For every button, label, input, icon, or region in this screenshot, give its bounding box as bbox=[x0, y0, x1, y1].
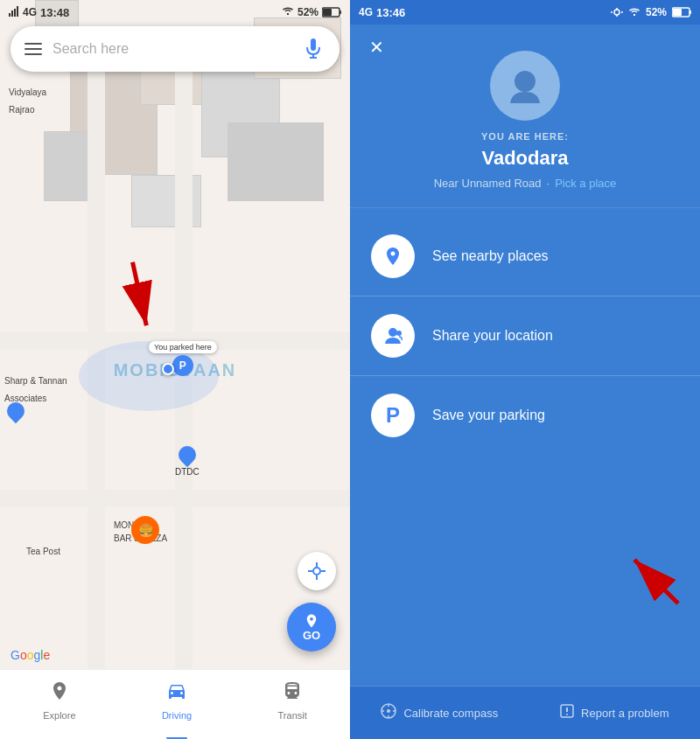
parked-bubble: You parked here bbox=[149, 341, 217, 353]
svg-point-2 bbox=[313, 568, 320, 575]
network-type-left: 4G bbox=[23, 6, 37, 18]
parked-marker: You parked here P bbox=[149, 341, 217, 376]
search-input-placeholder: Search here bbox=[52, 41, 290, 57]
share-location-label: Share your location bbox=[432, 328, 553, 344]
nav-item-transit[interactable]: Transit bbox=[278, 680, 307, 729]
svg-line-25 bbox=[634, 560, 678, 603]
status-bar-right: 4G 13:46 52% bbox=[350, 0, 700, 24]
dtdc-marker: DTDC bbox=[175, 446, 200, 477]
save-parking-label: Save your parking bbox=[432, 408, 545, 423]
svg-point-17 bbox=[614, 10, 620, 15]
svg-rect-14 bbox=[311, 38, 316, 51]
location-icon-right bbox=[611, 8, 623, 17]
location-center-button[interactable] bbox=[298, 552, 336, 590]
svg-rect-7 bbox=[9, 13, 10, 17]
avatar bbox=[490, 51, 560, 121]
wifi-icon-right bbox=[628, 8, 640, 17]
battery-text-left: 52% bbox=[298, 6, 318, 18]
road-vertical-2 bbox=[88, 70, 105, 739]
status-bar-left: 4G 13:48 52% bbox=[0, 0, 350, 24]
right-panel: 4G 13:46 52% ✕ YOU ARE HERE: Vadodara Ne… bbox=[350, 0, 700, 739]
restaurant-icon: 🍔 bbox=[131, 516, 159, 544]
time-right: 13:46 bbox=[376, 6, 405, 19]
explore-label: Explore bbox=[43, 710, 75, 721]
battery-icon-right bbox=[672, 7, 691, 17]
svg-rect-9 bbox=[14, 9, 16, 17]
map-area: Vidyalaya Rajrao Sharp & Tannan Associat… bbox=[0, 0, 350, 739]
save-parking-icon-circle: P bbox=[371, 394, 415, 437]
nearby-places-icon-circle bbox=[371, 234, 415, 278]
svg-rect-10 bbox=[17, 6, 18, 17]
share-location-icon-circle bbox=[371, 314, 415, 358]
battery-text-right: 52% bbox=[646, 6, 667, 18]
pick-place-link[interactable]: Pick a place bbox=[555, 177, 616, 190]
driving-label: Driving bbox=[162, 710, 192, 721]
bottom-navigation-left: Explore Driving Transit bbox=[0, 669, 350, 739]
signal-icon-left bbox=[9, 6, 19, 19]
svg-rect-13 bbox=[340, 10, 341, 14]
battery-icon-left bbox=[322, 7, 341, 17]
explore-icon bbox=[49, 680, 70, 707]
svg-rect-8 bbox=[11, 10, 13, 17]
report-problem-button[interactable]: Report a problem bbox=[560, 704, 668, 722]
nearby-places-label: See nearby places bbox=[432, 248, 549, 264]
svg-point-21 bbox=[514, 71, 536, 92]
time-left: 13:48 bbox=[40, 6, 69, 19]
report-problem-label: Report a problem bbox=[581, 707, 668, 720]
svg-point-22 bbox=[388, 328, 397, 337]
calibrate-compass-label: Calibrate compass bbox=[403, 707, 498, 720]
left-panel: Vidyalaya Rajrao Sharp & Tannan Associat… bbox=[0, 0, 350, 739]
svg-rect-12 bbox=[323, 9, 332, 16]
action-item-share[interactable]: Share your location bbox=[350, 296, 700, 375]
svg-point-27 bbox=[387, 709, 390, 713]
calibrate-compass-button[interactable]: Calibrate compass bbox=[381, 703, 498, 722]
profile-section: ✕ YOU ARE HERE: Vadodara Near Unnamed Ro… bbox=[350, 24, 700, 207]
wifi-icon-left bbox=[282, 6, 294, 18]
nav-item-driving[interactable]: Driving bbox=[162, 680, 192, 729]
transit-label: Transit bbox=[278, 710, 307, 721]
search-bar[interactable]: Search here bbox=[10, 26, 340, 72]
action-item-parking[interactable]: P Save your parking bbox=[350, 376, 700, 455]
dtdc-label: DTDC bbox=[175, 467, 200, 477]
svg-point-23 bbox=[396, 331, 402, 336]
actions-section: See nearby places Share your location P … bbox=[350, 208, 700, 686]
current-location-dot bbox=[162, 363, 174, 375]
compass-icon bbox=[381, 703, 396, 722]
city-name: Vadodara bbox=[481, 147, 568, 170]
close-button[interactable]: ✕ bbox=[362, 33, 390, 61]
map-label-sharp: Sharp & Tannan bbox=[4, 376, 67, 386]
transit-icon bbox=[282, 680, 303, 707]
red-arrow-right bbox=[612, 533, 691, 616]
dot-separator: · bbox=[547, 177, 550, 190]
action-item-nearby[interactable]: See nearby places bbox=[350, 217, 700, 296]
svg-rect-19 bbox=[673, 9, 682, 16]
network-type-right: 4G bbox=[359, 6, 373, 18]
map-label-associates: Associates bbox=[4, 394, 46, 403]
svg-point-30 bbox=[566, 714, 568, 715]
bottom-actions: Calibrate compass Report a problem bbox=[350, 687, 700, 739]
map-label-vidyalaya: Vidyalaya bbox=[9, 87, 46, 97]
avatar-icon bbox=[503, 64, 547, 108]
svg-line-1 bbox=[108, 262, 171, 326]
hamburger-menu-button[interactable] bbox=[24, 43, 42, 55]
map-label-tea: Tea Post bbox=[26, 547, 60, 556]
go-navigation-button[interactable]: GO bbox=[287, 603, 336, 652]
driving-icon bbox=[166, 680, 187, 707]
google-logo: Google bbox=[10, 648, 50, 662]
map-label-rajrao: Rajrao bbox=[9, 105, 34, 115]
location-detail: Near Unnamed Road · Pick a place bbox=[434, 177, 617, 190]
svg-rect-20 bbox=[690, 10, 691, 14]
voice-search-button[interactable] bbox=[301, 37, 326, 61]
parking-pin: P bbox=[172, 355, 193, 376]
building-7 bbox=[228, 122, 324, 201]
go-button-label: GO bbox=[303, 629, 320, 642]
report-icon bbox=[560, 704, 574, 722]
you-are-here-label: YOU ARE HERE: bbox=[481, 131, 569, 142]
nav-item-explore[interactable]: Explore bbox=[43, 680, 75, 729]
near-text: Near Unnamed Road bbox=[434, 177, 542, 190]
